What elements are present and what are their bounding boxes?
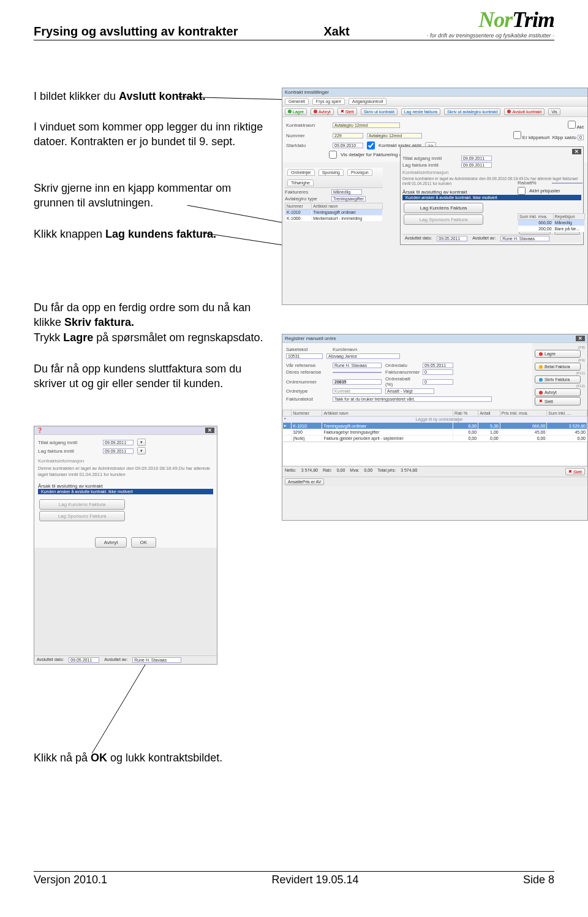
lag-kundens-faktura-button[interactable]: Lag Kundens Faktura <box>39 499 125 510</box>
footer-page: Side 8 <box>523 874 554 886</box>
page-header: Frysing og avslutting av kontrakter Xakt… <box>34 25 554 40</box>
tab-sponsing[interactable]: Sponsing <box>318 169 344 176</box>
header-title-mid: Xakt <box>323 25 349 39</box>
ok-button[interactable]: OK <box>131 537 157 548</box>
kontrakt-grid: Ordrelinjer Sponsing Provisjon Tilhørigh… <box>285 168 383 222</box>
skriv-kontrakt-button[interactable]: Skriv ut kontrakt <box>361 108 398 115</box>
lagfaktura-date[interactable]: 09.09.2011 <box>461 162 492 168</box>
ansattepris-button[interactable]: AnsattePris er AV <box>285 478 324 485</box>
avbryt-button[interactable]: Avbryt <box>311 108 334 115</box>
lag-sponsors-faktura-button[interactable]: Lag Sponsors Faktura <box>404 214 483 225</box>
paragraph-7: Klikk nå på OK og lukk kontraktsbildet. <box>34 750 340 765</box>
close-icon[interactable]: ✕ <box>576 336 585 341</box>
kontrakt-grid-right: Rabatt% Aldri prisjuster Sum inkl. mva.R… <box>518 179 585 232</box>
tillat-date[interactable]: 09.09.2011 <box>461 156 492 161</box>
paragraph-5: Du får da opp en ferdig ordre som du nå … <box>34 300 266 345</box>
betal-faktura-button[interactable]: Betal Faktura <box>535 363 581 371</box>
lag-neste-button[interactable]: Lag neste faktura <box>401 108 440 115</box>
lagfaktura-date[interactable]: 09.09.2011 <box>103 448 134 454</box>
klippekort-checkbox[interactable] <box>513 131 521 139</box>
ordre-window-title: Registrer manuell ordre <box>285 336 336 341</box>
date-picker-icon[interactable]: ▾ <box>137 447 146 455</box>
avslutt-kontrakt-button[interactable]: Avslutt kontrakt <box>504 108 545 115</box>
page-footer: Versjon 2010.1 Revidert 19.05.14 Side 8 <box>34 871 554 886</box>
close-icon[interactable]: ✕ <box>572 149 581 154</box>
vis-button[interactable]: Vis <box>548 108 560 115</box>
ordre-avbryt-button[interactable]: Avbryt <box>535 388 581 396</box>
ordre-table: NummerArtikkel navnRab %AntallPris inkl.… <box>282 410 587 442</box>
tillat-date[interactable]: 09.09.2011 <box>103 440 134 445</box>
table-row: ▸K-1010Treningsavgift ordinær0,005,30666… <box>283 423 587 429</box>
skriv-faktura-button[interactable]: Skriv Faktura <box>535 375 581 383</box>
tab-tilhor[interactable]: Tilhørighe <box>287 179 314 186</box>
slett-button[interactable]: ✖ Slett <box>337 108 357 115</box>
screenshot-ordre: Registrer manuell ordre ✕ SøketekstKunde… <box>282 334 588 521</box>
screenshot-avslutt-dialog: ❓ ✕ Tillat adgang inntil09.09.2011▾ Lag … <box>34 426 217 665</box>
paragraph-2: I vinduet som kommer opp legger du inn r… <box>34 119 266 149</box>
kundenavn-input[interactable]: Alsvaag Janice <box>326 353 400 359</box>
table-row: 3290Fakturagebyr treningsavgifter0,001,0… <box>283 429 587 436</box>
logo: NorTrim - for drift av treningssentere o… <box>426 7 554 39</box>
header-title-left: Frysing og avslutting av kontrakter <box>34 25 238 39</box>
logo-subline: - for drift av treningssentere og fysika… <box>426 32 554 39</box>
help-icon[interactable]: ❓ <box>37 428 43 433</box>
tab-ordrelinjer[interactable]: Ordrelinjer <box>287 169 315 176</box>
fakturatekst-input[interactable]: Takk for at du bruker treningssenteret v… <box>333 396 492 402</box>
close-icon[interactable]: ✕ <box>205 428 214 433</box>
ender-aldri-checkbox[interactable] <box>367 142 375 149</box>
toolbar: Lagre Avbryt ✖ Slett Skriv ut kontrakt L… <box>282 107 587 117</box>
lagre-button[interactable]: Lagre <box>285 108 307 115</box>
startdato-input[interactable]: 09.09.2010 <box>333 143 363 148</box>
lag-sponsors-faktura-button[interactable]: Lag Sponsors Faktura <box>39 511 125 521</box>
aarsak-select[interactable]: Kunden ønsker å avslutte kontrakt. Ikke … <box>38 489 213 494</box>
lag-kundens-faktura-button[interactable]: Lag Kundens Faktura <box>404 203 483 213</box>
table-row: (Note)Faktura gjelder perioden april - s… <box>283 436 587 442</box>
tab-row: Generelt Frys og sperr Adgangskontroll <box>282 97 587 107</box>
avbryt-button[interactable]: Avbryt <box>95 537 127 548</box>
window-title: Kontrakt innstillinger <box>282 88 587 97</box>
tab-generelt[interactable]: Generelt <box>285 98 309 105</box>
logo-green: Nor <box>478 7 512 32</box>
lagre-button[interactable]: Lagre <box>535 350 581 358</box>
aldri-checkbox[interactable] <box>518 187 526 195</box>
ordre-slett-button[interactable]: ✖Slett <box>535 397 581 406</box>
footer-version: Versjon 2010.1 <box>34 874 107 886</box>
paragraph-6: Du får nå opp kundens sluttfaktura som d… <box>34 361 266 391</box>
akt-checkbox[interactable] <box>568 121 576 129</box>
skriv-avtalegiro-button[interactable]: Skriv ut avtalegiro kontrakt <box>444 108 500 115</box>
tab-adgang[interactable]: Adgangskontroll <box>349 98 386 105</box>
detaljer-checkbox[interactable] <box>329 151 337 159</box>
tab-provisjon[interactable]: Provisjon <box>347 169 372 176</box>
screenshot-kontrakt: Kontrakt innstillinger Generelt Frys og … <box>282 88 588 305</box>
ordre-actions: (F8) Lagre (F9) Betal Faktura (F11) Skri… <box>532 343 587 409</box>
row-slett-button[interactable]: ✖ Slett <box>565 468 585 475</box>
footer-revised: Revidert 19.05.14 <box>271 874 358 886</box>
sok-input[interactable]: 10531 <box>286 353 323 359</box>
date-picker-icon[interactable]: ▾ <box>137 439 146 446</box>
ordre-form: SøketekstKundenavn 10531Alsvaag Janice V… <box>282 343 532 409</box>
logo-black: Trim <box>512 7 554 32</box>
tab-frys[interactable]: Frys og sperr <box>312 98 345 105</box>
